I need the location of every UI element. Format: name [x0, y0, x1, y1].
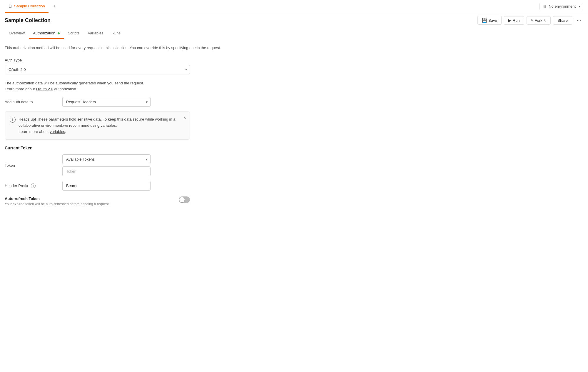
main-content: This authorization method will be used f… [0, 39, 265, 212]
token-select[interactable]: Available Tokens Add New Token [62, 154, 151, 164]
tab-authorization[interactable]: Authorization [29, 28, 64, 39]
tab-runs[interactable]: Runs [108, 28, 125, 39]
auto-refresh-row: Auto-refresh Token Your expired token wi… [5, 196, 190, 206]
environment-selector[interactable]: 🖥 No environment ▾ [539, 3, 583, 10]
fork-button[interactable]: ⑂ Fork 0 [527, 16, 551, 25]
add-auth-label: Add auth data to [5, 100, 58, 104]
run-icon: ▶ [508, 18, 511, 23]
fork-icon: ⑂ [531, 18, 533, 23]
header-prefix-info-icon: i [31, 184, 36, 188]
oauth-note: The authorization data will be automatic… [5, 80, 260, 93]
auth-type-group: Auth Type No Auth API Key Bearer Token B… [5, 58, 260, 74]
tab-variables[interactable]: Variables [83, 28, 107, 39]
run-button[interactable]: ▶ Run [504, 16, 524, 25]
token-select-wrapper: Available Tokens Add New Token ▾ [62, 154, 151, 164]
add-auth-select[interactable]: Request Headers Request URL [62, 97, 151, 107]
header-prefix-label: Header Prefix i [5, 184, 58, 188]
auto-refresh-toggle[interactable] [179, 196, 190, 203]
token-fields: Available Tokens Add New Token ▾ [62, 154, 151, 176]
env-icon: 🖥 [543, 4, 547, 9]
header-bar: Sample Collection 💾 Save ▶ Run ⑂ Fork 0 … [0, 13, 588, 28]
collection-tab-label: Sample Collection [14, 4, 45, 8]
add-auth-select-wrapper: Request Headers Request URL ▾ [62, 97, 151, 107]
auto-refresh-info: Auto-refresh Token Your expired token wi… [5, 196, 179, 206]
save-icon: 💾 [482, 18, 487, 23]
tab-overview[interactable]: Overview [5, 28, 29, 39]
token-label: Token [5, 163, 58, 168]
collection-icon: 🗒 [8, 4, 12, 9]
page-title: Sample Collection [5, 17, 51, 24]
header-prefix-row: Header Prefix i [5, 181, 260, 191]
chevron-down-icon: ▾ [579, 5, 580, 8]
authorization-active-dot [58, 32, 60, 34]
collection-tab[interactable]: 🗒 Sample Collection [5, 0, 49, 13]
save-button[interactable]: 💾 Save [477, 16, 502, 25]
oauth-link[interactable]: OAuth 2.0 [36, 87, 53, 91]
collection-description: This authorization method will be used f… [5, 45, 260, 51]
auth-type-select-wrapper: No Auth API Key Bearer Token Basic Auth … [5, 65, 190, 74]
top-bar-left: 🗒 Sample Collection + [5, 0, 59, 13]
auth-type-label: Auth Type [5, 58, 260, 62]
auto-refresh-title: Auto-refresh Token [5, 196, 179, 201]
info-box: i Heads up! These parameters hold sensit… [5, 111, 190, 140]
tab-scripts[interactable]: Scripts [64, 28, 84, 39]
token-row: Token Available Tokens Add New Token ▾ [5, 154, 260, 176]
info-close-button[interactable]: × [183, 115, 186, 121]
auto-refresh-desc: Your expired token will be auto-refreshe… [5, 202, 179, 206]
more-options-button[interactable]: ··· [574, 16, 583, 25]
top-bar-right: 🖥 No environment ▾ [539, 3, 583, 10]
share-button[interactable]: Share [553, 16, 572, 25]
header-actions: 💾 Save ▶ Run ⑂ Fork 0 Share ··· [477, 16, 583, 25]
more-icon: ··· [577, 17, 581, 24]
current-token-section-title: Current Token [5, 146, 260, 150]
toggle-knob [179, 197, 185, 202]
env-label: No environment [549, 4, 576, 9]
nav-tabs: Overview Authorization Scripts Variables… [0, 28, 588, 39]
token-input[interactable] [62, 166, 151, 176]
info-text: Heads up! These parameters hold sensitiv… [19, 116, 185, 135]
top-bar: 🗒 Sample Collection + 🖥 No environment ▾ [0, 0, 588, 13]
auth-type-select[interactable]: No Auth API Key Bearer Token Basic Auth … [5, 65, 190, 74]
variables-link[interactable]: variables [50, 129, 65, 134]
add-auth-row: Add auth data to Request Headers Request… [5, 97, 260, 107]
add-tab-button[interactable]: + [51, 2, 59, 11]
header-prefix-input[interactable] [62, 181, 151, 191]
info-icon: i [10, 117, 16, 123]
